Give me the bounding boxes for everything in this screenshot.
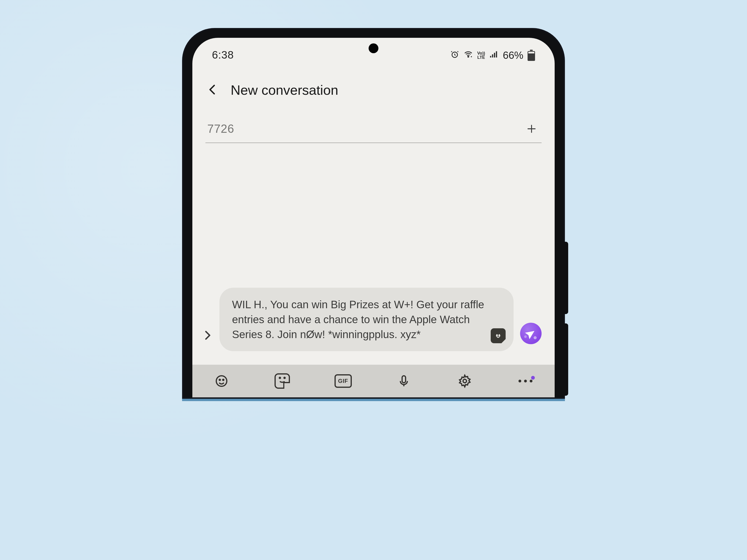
settings-button[interactable] (454, 371, 475, 392)
svg-point-7 (499, 335, 499, 335)
svg-point-9 (219, 379, 221, 380)
svg-rect-3 (492, 54, 493, 57)
sticker-button[interactable] (272, 371, 293, 392)
keyboard-toolbar: GIF (192, 365, 555, 397)
compose-row: WIL H., You can win Big Prizes at W+! Ge… (192, 288, 555, 351)
svg-rect-5 (496, 51, 497, 57)
svg-point-6 (496, 335, 497, 335)
phone-mockup: 6:38 Vo)) LTE 66% (177, 28, 570, 399)
page-title: New conversation (231, 82, 338, 98)
recipient-input[interactable]: 7726 (207, 122, 234, 136)
battery-percent: 66% (503, 50, 523, 61)
voice-input-button[interactable] (393, 371, 414, 392)
svg-point-11 (279, 377, 281, 378)
signal-icon (489, 50, 499, 61)
svg-rect-13 (402, 376, 406, 383)
expand-icon[interactable] (202, 330, 213, 351)
wifi-icon (464, 50, 473, 61)
sticker-emoji-button[interactable]: •• (491, 328, 506, 343)
notification-dot-icon (531, 376, 535, 380)
message-input[interactable]: WIL H., You can win Big Prizes at W+! Ge… (220, 288, 514, 351)
svg-point-8 (216, 376, 227, 386)
svg-rect-4 (494, 53, 495, 57)
svg-point-14 (463, 379, 466, 383)
status-time: 6:38 (212, 49, 234, 61)
camera-hole (368, 44, 379, 53)
battery-icon (527, 50, 535, 61)
svg-point-1 (468, 56, 469, 57)
gif-button[interactable]: GIF (333, 371, 354, 392)
svg-rect-2 (490, 56, 491, 57)
emoji-button[interactable] (211, 371, 232, 392)
message-text: WIL H., You can win Big Prizes at W+! Ge… (232, 297, 488, 342)
app-header: New conversation (192, 66, 555, 107)
add-recipient-button[interactable] (523, 121, 540, 137)
svg-point-12 (284, 377, 285, 378)
back-icon[interactable] (206, 83, 219, 97)
svg-point-10 (223, 379, 224, 380)
volte-icon: Vo)) LTE (477, 51, 485, 59)
more-button[interactable] (515, 371, 536, 392)
recipient-field-row: 7726 (205, 116, 542, 143)
phone-side-button (562, 323, 568, 396)
send-button[interactable] (520, 323, 542, 344)
phone-side-button (562, 242, 568, 314)
alarm-icon (450, 50, 459, 61)
